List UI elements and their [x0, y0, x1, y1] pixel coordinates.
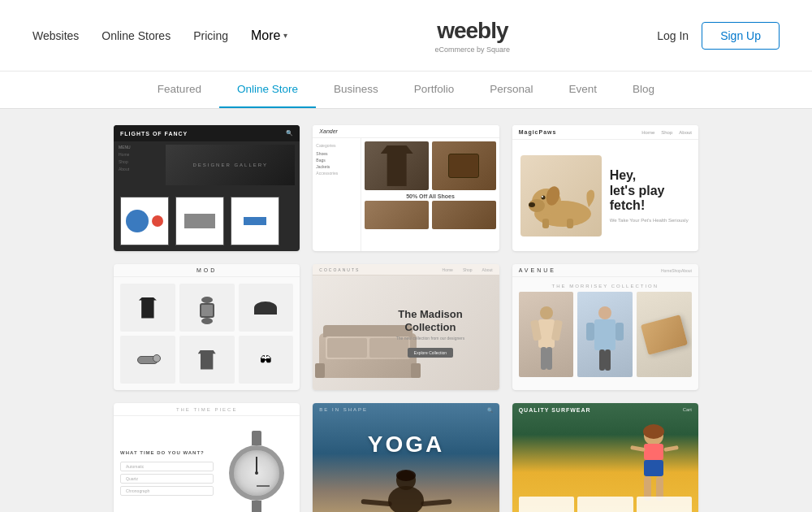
template-magic-paws[interactable]: MagicPaws Home Shop About — [512, 125, 698, 251]
logo-wordmark: weebly — [435, 18, 511, 44]
svg-rect-33 — [663, 445, 679, 452]
signup-button[interactable]: Sign Up — [702, 22, 780, 50]
template-flights-of-fancy[interactable]: FLIGHTS OF FANCY 🔍 MENU Home Shop About … — [114, 125, 300, 251]
svg-rect-17 — [615, 323, 624, 341]
tab-featured[interactable]: Featured — [140, 72, 219, 108]
svg-point-4 — [542, 196, 543, 197]
svg-rect-10 — [538, 319, 555, 348]
svg-rect-13 — [541, 347, 546, 370]
template-xander[interactable]: Xander Categories Shoes Bags Jackets Acc… — [313, 125, 499, 251]
header: Websites Online Stores Pricing More ▾ we… — [0, 0, 812, 72]
tabs-bar: Featured Online Store Business Portfolio… — [0, 72, 812, 109]
svg-rect-30 — [644, 444, 663, 460]
templates-grid: FLIGHTS OF FANCY 🔍 MENU Home Shop About … — [114, 125, 698, 512]
tab-event[interactable]: Event — [551, 72, 615, 108]
nav-websites[interactable]: Websites — [32, 29, 79, 42]
tab-personal[interactable]: Personal — [472, 72, 551, 108]
svg-rect-18 — [586, 323, 594, 341]
logo: weebly eCommerce by Square — [435, 18, 511, 54]
svg-rect-24 — [361, 499, 391, 506]
template-quality-surfwear[interactable]: QUALITY SURFWEAR Cart — [512, 403, 698, 512]
svg-point-31 — [643, 424, 664, 439]
svg-rect-19 — [599, 349, 605, 371]
svg-rect-34 — [644, 460, 663, 476]
tab-blog[interactable]: Blog — [615, 72, 672, 108]
svg-rect-8 — [567, 219, 573, 228]
templates-section: FLIGHTS OF FANCY 🔍 MENU Home Shop About … — [0, 109, 812, 512]
template-mod[interactable]: MOD — [114, 264, 300, 390]
login-button[interactable]: Log In — [657, 29, 689, 42]
tab-business[interactable]: Business — [316, 72, 396, 108]
template-avenue[interactable]: AVENUE Home Shop About THE MORRISEY COLL… — [512, 264, 698, 390]
nav-pricing[interactable]: Pricing — [193, 29, 228, 42]
logo-tagline: eCommerce by Square — [435, 46, 511, 54]
nav-left: Websites Online Stores Pricing More ▾ — [32, 28, 287, 43]
nav-more[interactable]: More ▾ — [251, 28, 287, 43]
svg-point-3 — [542, 196, 546, 200]
svg-point-23 — [396, 470, 416, 481]
nav-online-stores[interactable]: Online Stores — [102, 29, 171, 42]
template-time-piece[interactable]: THE TIME PIECE What Time Do You Want? Au… — [114, 403, 300, 512]
svg-rect-25 — [421, 499, 451, 506]
nav-right: Log In Sign Up — [657, 22, 780, 50]
svg-point-15 — [598, 306, 611, 319]
tab-portfolio[interactable]: Portfolio — [396, 72, 473, 108]
svg-rect-16 — [594, 319, 615, 350]
svg-point-5 — [529, 202, 535, 207]
svg-rect-14 — [546, 347, 552, 370]
svg-rect-32 — [630, 445, 646, 452]
chevron-down-icon: ▾ — [283, 31, 287, 40]
svg-rect-7 — [542, 219, 549, 228]
svg-rect-20 — [605, 349, 611, 371]
template-yoga[interactable]: BE IN SHAPE 🔍 — [313, 403, 499, 512]
svg-point-9 — [540, 306, 553, 319]
template-madison[interactable]: COCOANUTS Home Shop About — [313, 264, 499, 390]
tab-online-store[interactable]: Online Store — [219, 72, 316, 108]
